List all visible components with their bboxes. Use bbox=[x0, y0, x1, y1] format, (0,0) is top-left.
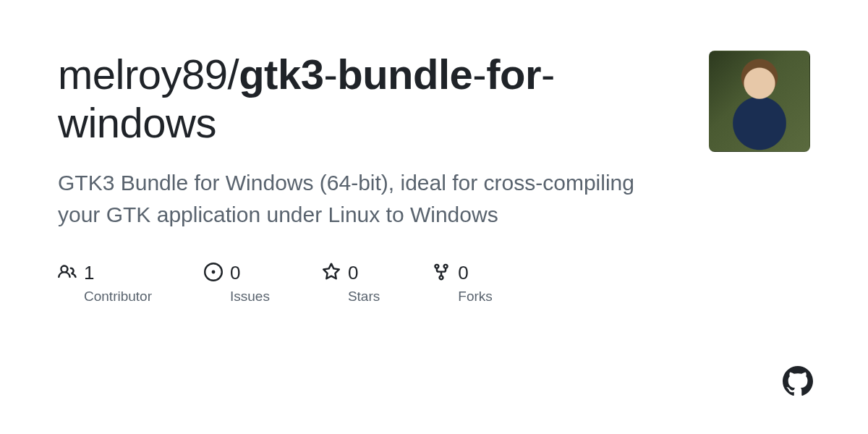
issue-opened-icon bbox=[204, 263, 223, 284]
people-icon bbox=[58, 263, 77, 284]
stat-stars-top: 0 bbox=[322, 262, 380, 284]
star-icon bbox=[322, 263, 341, 284]
stat-stars-value: 0 bbox=[348, 262, 358, 284]
header-row: melroy89/gtk3-bundle-for-windows GTK3 Bu… bbox=[58, 51, 810, 305]
stat-issues-value: 0 bbox=[230, 262, 240, 284]
repo-description: GTK3 Bundle for Windows (64-bit), ideal … bbox=[58, 167, 651, 230]
stat-forks-label: Forks bbox=[458, 289, 493, 305]
stats-row: 1 Contributor 0 Issues 0 bbox=[58, 262, 680, 305]
stat-forks-value: 0 bbox=[458, 262, 468, 284]
stat-forks-top: 0 bbox=[432, 262, 493, 284]
avatar[interactable] bbox=[709, 51, 810, 152]
repo-forked-icon bbox=[432, 263, 451, 284]
stat-contributors-value: 1 bbox=[84, 262, 94, 284]
stat-issues-label: Issues bbox=[230, 289, 270, 305]
repo-owner: melroy89 bbox=[58, 51, 228, 98]
stat-contributors[interactable]: 1 Contributor bbox=[58, 262, 152, 305]
stat-contributors-label: Contributor bbox=[84, 289, 152, 305]
stat-contributors-top: 1 bbox=[58, 262, 152, 284]
stat-stars-label: Stars bbox=[348, 289, 380, 305]
repo-title[interactable]: melroy89/gtk3-bundle-for-windows bbox=[58, 51, 680, 147]
stat-issues[interactable]: 0 Issues bbox=[204, 262, 270, 305]
github-mark-icon[interactable] bbox=[783, 366, 813, 399]
stat-issues-top: 0 bbox=[204, 262, 270, 284]
stat-stars[interactable]: 0 Stars bbox=[322, 262, 380, 305]
stat-forks[interactable]: 0 Forks bbox=[432, 262, 493, 305]
repo-separator: / bbox=[228, 51, 239, 98]
text-column: melroy89/gtk3-bundle-for-windows GTK3 Bu… bbox=[58, 51, 680, 305]
